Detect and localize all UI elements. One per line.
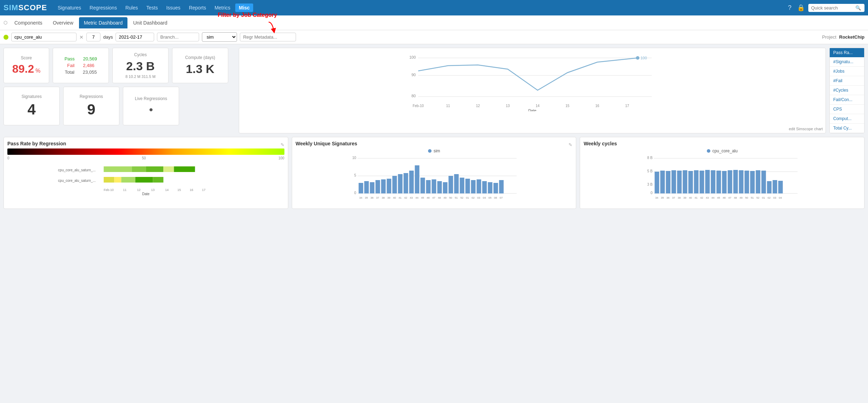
svg-rect-112 [705,170,710,193]
sidebar-pass-rate[interactable]: Pass Ra... [830,48,864,57]
subnav-components[interactable]: Components [9,17,47,28]
svg-text:49: 49 [443,196,447,199]
lock-icon[interactable]: 🔒 [797,4,805,12]
app-logo: SIMSCOPE [4,3,47,12]
svg-rect-48 [381,179,386,193]
regr-metadata-input[interactable] [240,33,296,41]
svg-text:50: 50 [745,196,748,199]
svg-rect-57 [432,179,436,193]
score-title: Score [21,55,32,60]
days-input[interactable] [86,33,100,41]
svg-rect-52 [403,173,408,193]
svg-text:01: 01 [466,196,469,199]
sidebar-total-cy[interactable]: Total Cy... [830,124,864,133]
weekly-signatures-card: Weekly Unique Signatures ✎ sim 10 5 0 [292,137,577,209]
svg-rect-45 [364,181,369,193]
metrics-left: Score 89.2 % Pass 20,569 Fail 2,486 Tota… [4,48,235,133]
logo-sim: SIM [4,3,18,12]
sidebar-jobs[interactable]: #Jobs [830,67,864,76]
svg-rect-117 [734,170,738,193]
right-sidebar: Pass Ra... #Signatu... #Jobs #Fail #Cycl… [829,48,864,133]
total-label: Total [65,70,74,75]
sidebar-fail[interactable]: #Fail [830,76,864,86]
svg-text:40: 40 [393,196,396,199]
compute-card: Compute (days) 1.3 K [172,48,228,83]
svg-text:35: 35 [365,196,368,199]
score-card: Score 89.2 % [4,48,49,83]
nav-tests[interactable]: Tests [143,4,162,12]
svg-text:02: 02 [472,196,475,199]
subnav-unit-dashboard[interactable]: Unit Dashboard [128,17,172,28]
sub-navigation: ⬡ Components Overview Metric Dashboard U… [0,15,868,30]
nav-rules[interactable]: Rules [122,4,142,12]
svg-text:100: 100 [409,55,416,59]
svg-rect-116 [728,170,732,193]
svg-text:17: 17 [625,104,629,108]
pass-label: Pass [65,56,75,61]
compute-title: Compute (days) [185,55,215,60]
svg-text:15: 15 [177,188,181,192]
sim-select[interactable]: sim [202,32,237,42]
svg-rect-25 [114,177,121,183]
fail-label: Fail [67,63,74,68]
sidebar-cycles[interactable]: #Cycles [830,86,864,95]
svg-text:11: 11 [446,104,450,108]
nav-signatures[interactable]: Signatures [54,4,85,12]
score-pct: % [35,68,40,74]
svg-rect-114 [717,171,721,193]
date-input[interactable] [116,33,154,41]
svg-text:45: 45 [421,196,424,199]
branch-input[interactable] [157,33,199,41]
quick-search-input[interactable] [811,5,853,11]
svg-rect-107 [677,171,682,193]
svg-text:47: 47 [728,196,731,199]
nav-issues[interactable]: Issues [163,4,184,12]
nav-reports[interactable]: Reports [185,4,210,12]
svg-text:41: 41 [399,196,402,199]
component-input[interactable] [11,33,77,41]
svg-text:11: 11 [123,188,126,192]
main-chart-svg: 100 90 80 100 Feb-10 11 12 13 14 15 16 1… [243,52,822,111]
project-label: Project [822,34,836,40]
sidebar-cps[interactable]: CPS [830,105,864,114]
logo-scope: SCOPE [18,3,47,12]
nav-misc[interactable]: Misc [235,4,253,12]
svg-rect-63 [465,179,470,193]
svg-text:34: 34 [359,196,362,199]
clear-component-button[interactable]: ✕ [79,34,84,40]
svg-text:41: 41 [695,196,698,199]
metrics-row-2: Signatures 4 Regressions 9 Live Regressi… [4,87,235,125]
weekly-cycles-legend-label: cpu_core_alu [712,148,738,153]
sidebar-signatures[interactable]: #Signatu... [830,57,864,67]
sidebar-fail-con[interactable]: Fail/Con... [830,95,864,105]
svg-rect-108 [683,170,688,193]
svg-rect-44 [359,183,363,193]
svg-rect-68 [493,183,498,193]
signatures-card: Signatures 4 [4,87,60,125]
svg-text:51: 51 [751,196,754,199]
pass-rate-edit-icon[interactable]: ✎ [281,142,284,147]
svg-text:15: 15 [565,104,570,108]
weekly-sigs-edit-icon[interactable]: ✎ [568,142,572,147]
metrics-section: Score 89.2 % Pass 20,569 Fail 2,486 Tota… [0,44,868,137]
svg-rect-46 [370,182,374,193]
svg-text:51: 51 [455,196,458,199]
nav-regressions[interactable]: Regressions [86,4,120,12]
svg-text:44: 44 [415,196,419,199]
subnav-metric-dashboard[interactable]: Metric Dashboard [79,17,128,28]
nav-metrics[interactable]: Metrics [211,4,234,12]
help-icon[interactable]: ? [788,4,791,12]
weekly-sigs-svg: 10 5 0 [296,155,573,204]
edit-chart-link[interactable]: edit Simscope chart [789,127,823,131]
svg-text:50: 50 [449,196,452,199]
svg-text:39: 39 [387,196,390,199]
svg-text:cpu_core_alu_saturn_...: cpu_core_alu_saturn_... [58,168,96,172]
svg-text:05: 05 [488,196,492,199]
sidebar-compute[interactable]: Comput... [830,114,864,124]
svg-rect-21 [146,166,163,172]
cube-icon: ⬡ [4,20,7,25]
subnav-overview[interactable]: Overview [48,17,78,28]
svg-rect-119 [745,171,749,193]
svg-text:45: 45 [717,196,720,199]
svg-rect-110 [694,170,699,193]
